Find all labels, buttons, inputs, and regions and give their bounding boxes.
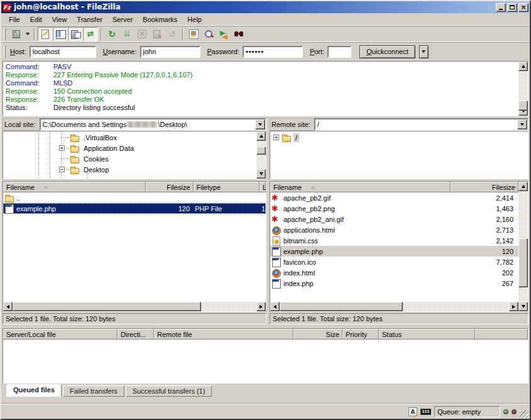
scroll-thumb[interactable] [256,146,266,155]
queue-column-server-local-file[interactable]: Server/Local file [3,329,118,340]
menu-item-transfer[interactable]: Transfer [72,14,107,25]
toolbar-grip[interactable] [4,28,6,40]
column-header-filename[interactable]: Filename [270,182,451,192]
site-manager-dropdown[interactable] [23,27,31,41]
reconnect-button[interactable]: ↺ [165,27,180,41]
file-lists-row: Filename Filesize Filetype L .. example.… [1,181,530,324]
filter-button[interactable] [186,27,201,41]
queue-column-remote-file[interactable]: Remote file [154,329,293,340]
file-row[interactable]: apache_pb2.gif2,414 [270,192,518,203]
tab-successful-transfers[interactable]: Successful transfers (1) [126,385,212,397]
remote-horizontal-scrollbar[interactable] [270,302,518,311]
column-header-filesize[interactable]: Filesize [451,182,518,192]
refresh-button[interactable]: ↻ [104,27,119,41]
scroll-right-button[interactable] [256,302,266,311]
file-row-example-php[interactable]: example.php 120 PHP File 1 [3,203,266,214]
close-button[interactable]: × [518,3,528,12]
menu-item-bookmarks[interactable]: Bookmarks [138,14,182,25]
toolbar-separator [101,28,102,40]
queue-column-size[interactable]: Size [293,329,342,340]
file-search-button[interactable] [231,27,246,41]
maximize-button[interactable] [507,3,517,12]
cancel-button[interactable]: × [134,27,150,41]
local-horizontal-scrollbar[interactable] [3,302,266,311]
quickconnect-button[interactable]: Quickconnect [359,45,415,58]
menu-item-edit[interactable]: Edit [25,14,47,25]
host-input[interactable] [30,46,96,58]
remote-vertical-scrollbar[interactable] [518,182,528,311]
directory-comparison-button[interactable] [201,27,216,41]
scroll-right-button[interactable] [509,302,518,311]
tree-expander[interactable] [59,167,65,172]
password-input[interactable] [243,46,303,58]
site-manager-button[interactable] [8,27,23,41]
tree-item-cookies[interactable]: Cookies [3,153,256,164]
column-header-filename[interactable]: Filename [3,182,146,192]
scroll-down-button[interactable] [518,302,528,311]
file-row[interactable]: favicon.ico7,782 [270,257,518,267]
scroll-up-button[interactable] [518,62,528,71]
file-row[interactable]: bitnami.css2,142 [270,235,518,246]
tree-item-root[interactable]: / [270,132,528,143]
scroll-left-button[interactable] [270,302,280,311]
tab-queued-files[interactable]: Queued files [6,384,62,397]
last-modified-cell: 1 [261,205,266,213]
column-header-last-modified[interactable]: L [260,182,266,192]
scroll-up-button[interactable] [256,131,266,141]
menu-item-help[interactable]: Help [182,14,207,25]
toggle-log-button[interactable] [38,27,53,41]
file-row-selected[interactable]: example.php120 [270,246,518,257]
scroll-down-button[interactable] [256,169,266,179]
menu-item-file[interactable]: File [4,14,25,25]
local-tree-scrollbar[interactable] [256,131,266,179]
log-scrollbar[interactable] [518,62,528,116]
tree-expander[interactable] [273,135,279,140]
queue-column-priority[interactable]: Priority [342,329,379,340]
scroll-thumb[interactable] [518,101,528,111]
process-queue-button[interactable]: ⇊ [119,27,134,41]
tab-failed-transfers[interactable]: Failed transfers [63,385,124,397]
local-site-label: Local site: [3,118,40,131]
filename-cell: apache_pb2.png [283,205,451,213]
tree-item-application-data[interactable]: Application Data [3,143,256,153]
resize-grip[interactable] [520,410,528,419]
tree-expander[interactable] [59,145,65,151]
menu-item-server[interactable]: Server [107,14,138,25]
tree-item-desktop[interactable]: Desktop [3,164,256,175]
menu-item-view[interactable]: View [47,14,72,25]
queue-column-status[interactable]: Status [379,329,475,340]
queue-column-direction[interactable]: Directi... [118,329,154,340]
file-row[interactable]: apache_pb2.png1,463 [270,203,518,214]
synchronized-browsing-button[interactable] [216,27,231,41]
toggle-local-tree-button[interactable] [53,27,68,41]
remote-site-combo[interactable]: / [314,118,528,131]
scroll-thumb[interactable] [280,302,403,311]
scroll-left-button[interactable] [3,302,13,311]
scroll-up-button[interactable] [518,182,528,191]
quickconnect-dropdown[interactable] [419,45,429,58]
toggle-queue-button[interactable]: ⇄ [83,27,98,41]
local-site-combo[interactable]: C:\Documents and Settings\Desktop\ [40,118,266,131]
transfer-type-icon[interactable]: A [408,407,417,416]
file-row[interactable]: index.php267 [270,278,518,289]
file-row-parent-dir[interactable]: .. [3,192,266,203]
local-list-header: Filename Filesize Filetype L [3,182,266,192]
file-row[interactable]: apache_pb2_ani.gif2,160 [270,214,518,224]
tree-item-virtualbox[interactable]: .VirtualBox [3,132,256,143]
scroll-thumb[interactable] [518,238,528,287]
file-row[interactable]: applications.html2,713 [270,224,518,235]
column-header-filesize[interactable]: Filesize [146,182,194,192]
remote-site-dropdown[interactable] [517,119,527,130]
toggle-remote-tree-button[interactable] [68,27,83,41]
disconnect-button[interactable] [150,27,165,41]
username-input[interactable] [140,46,200,58]
scroll-thumb[interactable] [13,302,201,311]
column-header-filetype[interactable]: Filetype [194,182,260,192]
minimize-button[interactable] [496,3,506,12]
port-input[interactable] [327,46,351,58]
file-row[interactable]: index.html202 [270,267,518,278]
speed-limit-icon[interactable] [420,409,431,415]
maximize-icon [510,5,515,9]
quickconnect-grip[interactable] [4,45,6,58]
local-site-dropdown[interactable] [255,119,265,130]
